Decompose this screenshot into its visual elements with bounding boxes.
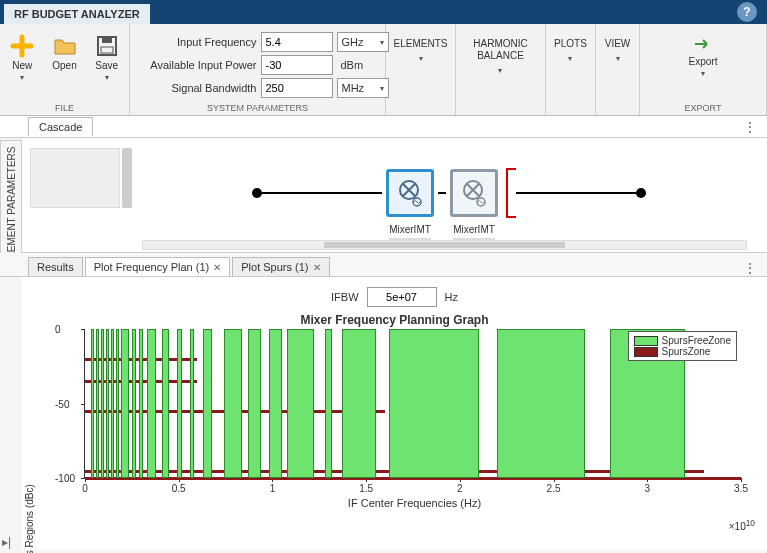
spurs-free-bar	[111, 329, 114, 478]
tab-freq-plan[interactable]: Plot Frequency Plan (1)✕	[85, 257, 231, 276]
avail-power-unit: dBm	[337, 59, 364, 71]
ifbw-label: IFBW	[331, 291, 359, 303]
params-group-label: SYSTEM PARAMETERS	[207, 103, 308, 113]
spurs-free-bar	[248, 329, 261, 478]
spurs-free-bar	[101, 329, 104, 478]
chart-axes: SpursFreeZone SpursZone 0-50-10000.511.5…	[84, 329, 741, 479]
input-freq-label: Input Frequency	[127, 36, 257, 48]
plot-tab-menu-icon[interactable]: ⋮	[743, 260, 757, 276]
folder-icon	[53, 34, 77, 58]
collapse-handle-icon[interactable]: ▸|	[2, 535, 11, 549]
avail-power-field[interactable]	[261, 55, 333, 75]
spurs-free-bar	[116, 329, 119, 478]
ifbw-unit: Hz	[445, 291, 458, 303]
bandwidth-label: Signal Bandwidth	[127, 82, 257, 94]
spurs-free-bar	[177, 329, 183, 478]
input-freq-unit[interactable]: GHz▾	[337, 32, 389, 52]
spurs-free-bar	[139, 329, 143, 478]
cascade-thumbnail	[30, 148, 120, 208]
mixer-1-label: MixerIMT	[389, 224, 431, 235]
spurs-free-bar	[132, 329, 136, 478]
cascade-menu-icon[interactable]: ⋮	[743, 119, 757, 135]
svg-rect-2	[101, 47, 113, 53]
element-parameters-sidebar[interactable]: ELEMENT PARAMETERS	[0, 140, 22, 270]
legend[interactable]: SpursFreeZone SpursZone	[628, 331, 737, 361]
harmonic-balance-dropdown[interactable]: HARMONIC BALANCE ▾	[473, 28, 527, 75]
chart-title: Mixer Frequency Planning Graph	[38, 313, 751, 327]
plot-panel: IFBW Hz Mixer Frequency Planning Graph S…	[22, 277, 767, 550]
thumbnail-scrollbar[interactable]	[122, 148, 132, 208]
spurs-free-bar	[106, 329, 110, 478]
x-axis-multiplier: ×1010	[729, 518, 755, 532]
legend-spurs-free: SpursFreeZone	[662, 335, 731, 346]
file-group-label: FILE	[55, 103, 74, 113]
x-axis-label: IF Center Frequencies (Hz)	[78, 497, 751, 509]
mixer-icon	[459, 178, 489, 208]
cascade-canvas: MixerIMT MixerIMT	[22, 138, 767, 253]
plots-dropdown[interactable]: PLOTS ▾	[554, 28, 587, 63]
spurs-free-bar	[162, 329, 169, 478]
help-icon[interactable]: ?	[737, 2, 757, 22]
y-axis-label: Spurious Regions (dBc)	[24, 467, 35, 553]
spurs-free-bar	[325, 329, 332, 478]
spurs-free-bar	[497, 329, 585, 478]
plus-icon	[10, 34, 34, 58]
spurs-free-bar	[203, 329, 212, 478]
mixer-block-1[interactable]: MixerIMT	[386, 169, 434, 217]
spurs-free-bar	[91, 329, 95, 478]
export-icon	[691, 34, 715, 54]
tab-spurs[interactable]: Plot Spurs (1)✕	[232, 257, 329, 276]
elements-dropdown[interactable]: ELEMENTS ▾	[394, 28, 448, 63]
plot-tab-row: Results Plot Frequency Plan (1)✕ Plot Sp…	[0, 253, 767, 277]
chain-input-node	[252, 188, 262, 198]
save-button[interactable]: Save ▾	[91, 32, 123, 84]
chain-output-node	[636, 188, 646, 198]
bandwidth-unit[interactable]: MHz▾	[337, 78, 389, 98]
spurs-free-bar	[287, 329, 313, 478]
cascade-tab-row: Cascade ⋮	[0, 116, 767, 138]
view-dropdown[interactable]: VIEW ▾	[605, 28, 631, 63]
close-icon[interactable]: ✕	[313, 262, 321, 273]
spurs-free-bar	[342, 329, 376, 478]
output-bracket-icon	[506, 168, 516, 218]
spurs-free-bar	[190, 329, 194, 478]
app-title: RF BUDGET ANALYZER	[4, 4, 150, 24]
new-button[interactable]: New ▾	[6, 32, 38, 84]
spurs-free-bar	[147, 329, 156, 478]
spurs-free-bar	[121, 329, 129, 478]
open-button[interactable]: Open	[48, 32, 80, 73]
spurs-free-bar	[224, 329, 243, 478]
mixer-2-label: MixerIMT	[453, 224, 495, 235]
spurs-free-bar	[269, 329, 282, 478]
spurs-free-bar	[96, 329, 99, 478]
titlebar: RF BUDGET ANALYZER ?	[0, 0, 767, 24]
close-icon[interactable]: ✕	[213, 262, 221, 273]
avail-power-label: Available Input Power	[127, 59, 257, 71]
spurs-free-bar	[389, 329, 479, 478]
wire	[262, 192, 382, 194]
mixer-block-2[interactable]: MixerIMT	[450, 169, 498, 217]
save-icon	[95, 34, 119, 58]
legend-spurs: SpursZone	[662, 346, 711, 357]
toolstrip: New ▾ Open Save ▾ FILE Input Frequency G…	[0, 24, 767, 116]
svg-rect-1	[102, 37, 112, 43]
ifbw-field[interactable]	[367, 287, 437, 307]
tab-cascade[interactable]: Cascade	[28, 117, 93, 136]
export-group-label: EXPORT	[685, 103, 722, 113]
export-button[interactable]: Export ▾	[685, 32, 722, 80]
cascade-h-scrollbar[interactable]	[142, 240, 747, 250]
bandwidth-field[interactable]	[261, 78, 333, 98]
mixer-icon	[395, 178, 425, 208]
input-freq-field[interactable]	[261, 32, 333, 52]
tab-results[interactable]: Results	[28, 257, 83, 276]
